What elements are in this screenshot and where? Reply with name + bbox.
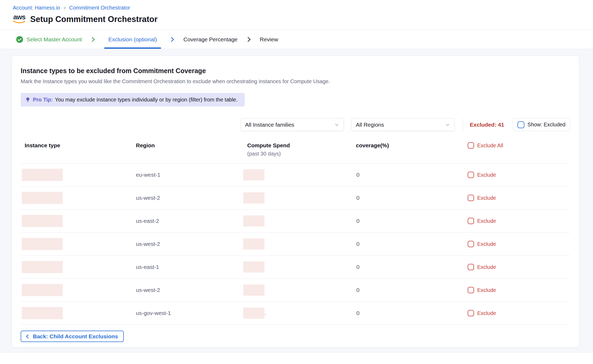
wizard-stepper: Select Master Account Exclusion (optiona… (0, 30, 593, 49)
pro-tip-label: Pro Tip: (33, 97, 53, 103)
region-cell: us-east-1 (132, 264, 243, 270)
back-button[interactable]: Back: Child Account Exclusions (21, 331, 124, 342)
step-review[interactable]: Review (260, 30, 278, 49)
coverage-cell: 0 (352, 172, 463, 178)
table-row: us-west-2 0 Exclude (21, 279, 570, 302)
breadcrumb-page-link[interactable]: Commitment Orchestrator (69, 5, 130, 11)
show-excluded-toggle[interactable]: Show: Excluded (513, 118, 570, 131)
aws-logo-icon: aws (13, 14, 26, 25)
top-bar: Account: Harness.io Commitment Orchestra… (0, 0, 593, 30)
header-exclude-all: Exclude All (463, 142, 570, 149)
vertical-divider (463, 119, 463, 131)
content-area: Instance types to be excluded from Commi… (0, 49, 593, 353)
redacted-compute-spend (243, 169, 264, 180)
redacted-instance-type (22, 169, 63, 181)
redacted-instance-type (22, 192, 63, 204)
header-compute-spend-title: Compute Spend (247, 142, 352, 149)
header-region: Region (132, 142, 243, 149)
redacted-compute-spend (243, 192, 264, 203)
title-row: aws Setup Commitment Orchestrator (13, 14, 593, 25)
exclude-cell: Exclude (463, 172, 570, 178)
breadcrumb: Account: Harness.io Commitment Orchestra… (13, 5, 593, 11)
step-select-master-account[interactable]: Select Master Account (16, 30, 96, 49)
exclude-cell: Exclude (463, 241, 570, 247)
exclude-checkbox[interactable] (468, 218, 474, 224)
coverage-cell: 0 (352, 218, 463, 224)
exclude-cell: Exclude (463, 195, 570, 201)
step-complete-check-icon (16, 36, 23, 43)
region-cell: eu-west-1 (132, 172, 243, 178)
breadcrumb-account-link[interactable]: Account: Harness.io (13, 5, 60, 11)
step-label: Exclusion (optional) (108, 36, 157, 43)
exclude-checkbox[interactable] (468, 287, 474, 293)
exclude-label: Exclude (477, 218, 496, 224)
header-compute-spend: Compute Spend (past 30 days) (243, 142, 352, 157)
chevron-down-icon (334, 122, 339, 127)
exclude-label: Exclude (477, 241, 496, 247)
exclude-checkbox[interactable] (468, 172, 474, 178)
excluded-count-badge: Excluded: 41 (470, 122, 504, 128)
back-button-label: Back: Child Account Exclusions (33, 333, 118, 340)
exclude-label: Exclude (477, 172, 496, 178)
step-chevron-icon (169, 36, 175, 43)
redacted-compute-spend (243, 308, 264, 319)
redacted-instance-type (22, 261, 63, 273)
step-label: Coverage Percentage (183, 36, 237, 43)
exclude-checkbox[interactable] (468, 195, 474, 201)
table-row: us-gov-west-1 . 0 Exclude (21, 302, 570, 325)
redacted-compute-spend (243, 285, 264, 296)
exclude-cell: Exclude (463, 264, 570, 270)
exclude-label: Exclude (477, 310, 496, 316)
table-row: us-east-2 0 Exclude (21, 210, 570, 233)
breadcrumb-chevron-icon (63, 6, 67, 10)
header-coverage: coverage(%) (352, 142, 463, 149)
step-coverage-percentage[interactable]: Coverage Percentage (183, 30, 252, 49)
instance-families-select[interactable]: All Instance families (241, 118, 344, 131)
redacted-compute-spend (243, 215, 264, 227)
step-chevron-icon (90, 36, 96, 43)
coverage-cell: 0 (352, 241, 463, 247)
region-cell: us-west-2 (132, 287, 243, 293)
table-header-row: Instance type Region Compute Spend (past… (21, 142, 570, 163)
chevron-left-icon (25, 334, 30, 339)
aws-swoosh-icon (13, 20, 26, 25)
region-cell: us-west-2 (132, 241, 243, 247)
table-row: us-west-2 0 Exclude (21, 233, 570, 256)
chevron-down-icon (445, 122, 450, 127)
table-row: us-west-2 0 Exclude (21, 187, 570, 210)
exclusion-table: Instance type Region Compute Spend (past… (21, 142, 570, 325)
exclude-checkbox[interactable] (468, 310, 474, 316)
redacted-instance-type (22, 215, 63, 227)
exclude-label: Exclude (477, 287, 496, 293)
region-cell: us-east-2 (132, 218, 243, 224)
exclude-all-checkbox[interactable] (468, 142, 474, 149)
coverage-cell: 0 (352, 264, 463, 270)
exclude-checkbox[interactable] (468, 264, 474, 270)
exclude-all-label: Exclude All (477, 143, 503, 149)
exclude-label: Exclude (477, 195, 496, 201)
panel-title: Instance types to be excluded from Commi… (21, 67, 570, 75)
page-title: Setup Commitment Orchestrator (30, 15, 158, 24)
pro-tip-text: You may exclude instance types individua… (55, 97, 238, 103)
header-compute-spend-sub: (past 30 days) (247, 151, 352, 157)
step-exclusion[interactable]: Exclusion (optional) (104, 30, 175, 49)
aws-logo-text: aws (13, 14, 25, 20)
coverage-cell: 0 (352, 310, 463, 316)
exclusion-panel: Instance types to be excluded from Commi… (12, 56, 579, 347)
header-instance-type: Instance type (21, 142, 132, 149)
lightbulb-icon (25, 97, 31, 103)
region-cell: us-west-2 (132, 195, 243, 201)
regions-select[interactable]: All Regions (351, 118, 455, 131)
show-excluded-label: Show: Excluded (528, 122, 565, 128)
exclude-cell: Exclude (463, 287, 570, 293)
exclude-checkbox[interactable] (468, 241, 474, 247)
step-label: Review (260, 36, 278, 43)
panel-subtitle: Mark the Instance types you would like t… (21, 78, 570, 85)
coverage-cell: 0 (352, 287, 463, 293)
table-row: us-east-1 0 Exclude (21, 256, 570, 279)
step-label: Select Master Account (26, 36, 82, 43)
step-chevron-icon (246, 36, 252, 43)
coverage-cell: 0 (352, 195, 463, 201)
instance-families-value: All Instance families (245, 122, 294, 128)
show-excluded-checkbox[interactable] (517, 121, 524, 128)
